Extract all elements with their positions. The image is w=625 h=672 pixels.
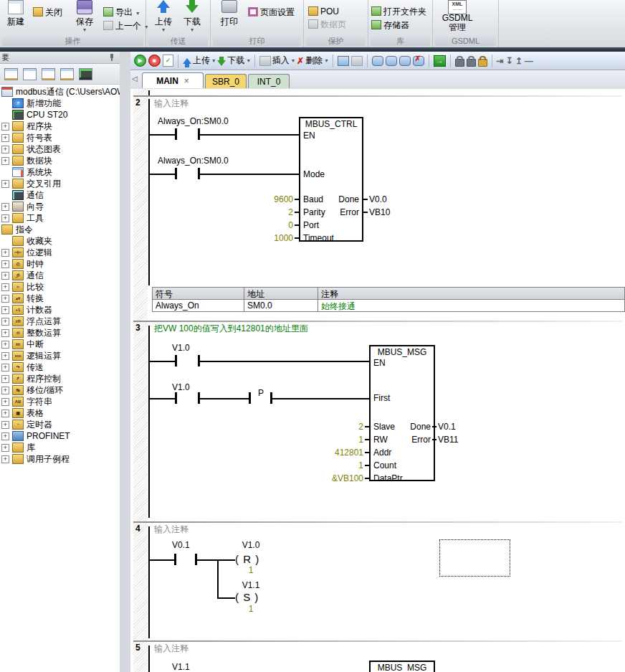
next-bookmark-icon[interactable]	[399, 56, 411, 66]
tree-item[interactable]: modbus通信 (C:\Users\AOWID\I	[0, 86, 120, 98]
contact-label[interactable]: Always_On:SM0.0	[158, 116, 229, 126]
contact-label[interactable]: V0.1	[172, 540, 190, 550]
output-value[interactable]: V0.0	[369, 194, 387, 204]
upload-button[interactable]: 上传 ▾	[151, 0, 176, 34]
tree-item[interactable]: +ıoıı逻辑运算	[0, 350, 120, 361]
pou-button[interactable]: POU	[308, 6, 339, 17]
new-button[interactable]: 新建	[0, 0, 32, 34]
tree-item[interactable]: +状态图表	[0, 143, 120, 155]
expand-icon[interactable]: +	[1, 249, 9, 257]
expand-icon[interactable]: +	[1, 283, 9, 291]
tree-item[interactable]: +↹移位/循环	[0, 384, 120, 396]
expand-icon[interactable]: +	[1, 410, 9, 417]
pin-icon[interactable]	[108, 54, 115, 61]
download-button[interactable]: 下载 ▾	[179, 0, 205, 34]
line-left-icon[interactable]: —	[525, 55, 533, 67]
mbus-ctrl-block[interactable]: MBUS_CTRL EN Mode Baud Parity Port Timeo…	[299, 117, 363, 242]
clear-bookmarks-icon[interactable]: ✗	[413, 56, 424, 66]
print-button[interactable]: 打印	[215, 0, 244, 34]
expand-icon[interactable]: +	[1, 146, 9, 153]
tree-item[interactable]: +工具	[0, 212, 120, 224]
tree-item[interactable]: +程序块	[0, 120, 120, 132]
expand-icon[interactable]: +	[1, 260, 9, 268]
output-value[interactable]: VB11	[438, 435, 458, 445]
set-coil[interactable]: ( S )	[235, 591, 259, 603]
line-down-icon[interactable]: ⇥	[497, 55, 504, 67]
expand-icon[interactable]: +	[1, 375, 9, 383]
tree-item[interactable]: +±R浮点运算	[0, 316, 120, 327]
network-4-comment[interactable]: 输入注释	[154, 524, 189, 536]
expand-icon[interactable]: +	[1, 352, 9, 360]
xref-view-icon[interactable]	[60, 68, 74, 80]
tree-item[interactable]: 系统块	[0, 166, 120, 178]
lock-add-icon[interactable]	[478, 59, 487, 67]
network-3-number[interactable]: 3	[135, 323, 147, 333]
reset-coil[interactable]: ( R )	[235, 553, 259, 565]
download-caret-icon[interactable]: ▾	[179, 27, 205, 33]
expand-icon[interactable]: +	[1, 306, 9, 314]
expand-icon[interactable]: +	[1, 455, 9, 463]
output-value[interactable]: V0.1	[438, 422, 456, 432]
expand-icon[interactable]: +	[1, 398, 9, 406]
param-value[interactable]: 2	[313, 422, 363, 432]
tree-item[interactable]: +±I整数运算	[0, 327, 120, 339]
expand-icon[interactable]: +	[1, 318, 9, 326]
upload-caret-icon[interactable]: ▾	[151, 27, 176, 33]
delete-button[interactable]: ✗删除 ▾	[297, 55, 328, 67]
network-5-comment[interactable]: 输入注释	[154, 643, 189, 655]
tree-item[interactable]: +ttt中断	[0, 339, 120, 350]
contact[interactable]	[175, 168, 177, 179]
open-folder-button[interactable]: 打开文件夹	[371, 6, 426, 17]
symbol-table-view-icon[interactable]	[4, 68, 18, 80]
tab-main[interactable]: MAIN×	[142, 72, 204, 88]
tree-item[interactable]: 指令	[0, 224, 120, 235]
communication-view-icon[interactable]	[79, 68, 92, 80]
tab-sbr0[interactable]: SBR_0	[205, 74, 247, 88]
gsdml-manage-button[interactable]: XML GSDML 管理	[439, 0, 476, 34]
selection-rectangle[interactable]	[439, 539, 510, 577]
ladder-canvas[interactable]: 2 输入注释 Always_On:SM0.0 Always_On:SM0.0 M…	[130, 89, 625, 672]
close-button[interactable]: 关闭	[33, 6, 62, 18]
contact-label[interactable]: V1.0	[172, 343, 190, 353]
param-value[interactable]: 1000	[243, 233, 293, 243]
expand-icon[interactable]: +	[1, 421, 9, 429]
param-value[interactable]: 9600	[243, 194, 293, 204]
tree-item[interactable]: +⊣⊢位逻辑	[0, 247, 120, 258]
panel-splitter[interactable]	[120, 52, 131, 672]
tree-item[interactable]: +◴时钟	[0, 258, 120, 270]
tree-item[interactable]: +符号表	[0, 132, 120, 143]
contact-label[interactable]: V1.1	[172, 662, 190, 672]
contact[interactable]	[175, 355, 177, 366]
expand-icon[interactable]: +	[1, 272, 9, 280]
goto-icon[interactable]: →	[434, 55, 446, 67]
tree-item[interactable]: ?新增功能	[0, 98, 120, 109]
tree-item[interactable]: +▴▾转换	[0, 293, 120, 304]
lock-open-icon[interactable]	[467, 59, 476, 67]
contact[interactable]	[174, 554, 176, 565]
insert-button[interactable]: 插入 ▾	[259, 55, 295, 67]
edge-contact[interactable]	[249, 392, 251, 404]
download-toolbar-button[interactable]: 下载 ▾	[217, 55, 249, 67]
export-button[interactable]: 导出 ▾	[103, 6, 139, 18]
expand-icon[interactable]: +	[1, 329, 9, 337]
param-value[interactable]: 2	[243, 207, 293, 217]
mbus-msg-block-2[interactable]: MBUS_MSG	[369, 661, 435, 672]
tree-item[interactable]: +库	[0, 442, 120, 453]
param-value[interactable]: 1	[313, 435, 363, 445]
save-button[interactable]: 保存 ▾	[69, 0, 100, 34]
coil-label[interactable]: V1.0	[235, 540, 267, 550]
line-down2-icon[interactable]: ↧	[506, 55, 513, 67]
tree-item[interactable]: +彡通信	[0, 270, 120, 281]
tree-item[interactable]: +数据块	[0, 155, 120, 166]
network-2-comment[interactable]: 输入注释	[154, 98, 189, 110]
tree-item[interactable]: +▦表格	[0, 407, 120, 419]
network-5-number[interactable]: 5	[135, 643, 147, 653]
tree-item[interactable]: +↷传送	[0, 361, 120, 373]
lock-closed-icon[interactable]	[455, 59, 464, 67]
tab-close-icon[interactable]: ×	[184, 76, 189, 86]
coil-label[interactable]: V1.1	[235, 580, 267, 590]
data-block-view-icon[interactable]	[42, 68, 55, 80]
contact[interactable]	[175, 392, 177, 404]
param-value[interactable]: 0	[243, 220, 293, 230]
network-2-number[interactable]: 2	[135, 98, 147, 108]
